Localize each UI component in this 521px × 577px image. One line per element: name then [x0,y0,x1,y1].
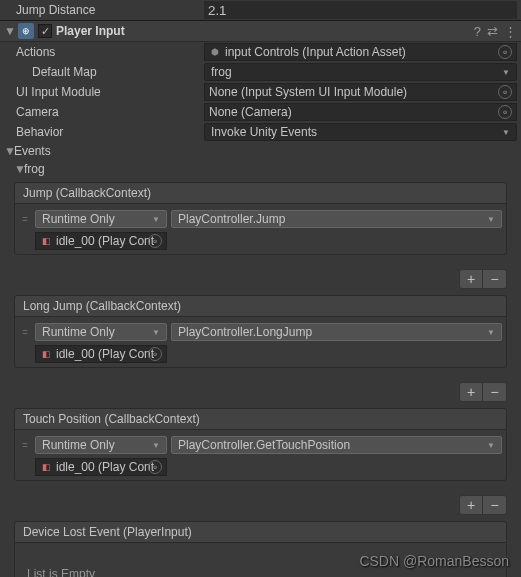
events-label: Events [14,144,51,158]
camera-label: Camera [4,105,204,119]
target-object-field[interactable]: ◧ idle_00 (Play Cont ⊙ [35,458,167,476]
object-picker-icon[interactable]: ⊙ [148,460,162,474]
jump-distance-label: Jump Distance [4,3,204,17]
function-value: PlayController.GetTouchPosition [178,438,350,452]
event-header: Jump (CallbackContext) [15,183,506,204]
target-value: idle_00 (Play Cont [56,234,154,248]
function-value: PlayController.LongJump [178,325,312,339]
help-icon[interactable]: ? [474,24,481,39]
default-map-dropdown[interactable]: frog ▼ [204,63,517,81]
remove-listener-button[interactable]: − [483,269,507,289]
camera-field[interactable]: None (Camera) ⊙ [204,103,517,121]
target-object-field[interactable]: ◧ idle_00 (Play Cont ⊙ [35,345,167,363]
ui-input-module-field[interactable]: None (Input System UI Input Module) ⊙ [204,83,517,101]
drag-handle-icon[interactable]: = [19,214,31,225]
menu-icon[interactable]: ⋮ [504,24,517,39]
unity-event-box: Touch Position (CallbackContext) = Runti… [14,408,507,481]
device-lost-header: Device Lost Event (PlayerInput) [15,522,506,543]
map-foldout-icon[interactable]: ▼ [14,162,24,176]
drag-handle-icon[interactable]: = [19,440,31,451]
actions-field[interactable]: ⬢ input Controls (Input Action Asset) ⊙ [204,43,517,61]
default-map-label: Default Map [4,65,204,79]
target-object-field[interactable]: ◧ idle_00 (Play Cont ⊙ [35,232,167,250]
behavior-label: Behavior [4,125,204,139]
ui-input-module-value: None (Input System UI Input Module) [209,85,407,99]
chevron-down-icon: ▼ [152,328,160,337]
call-state-dropdown[interactable]: Runtime Only ▼ [35,436,167,454]
gameobject-icon: ◧ [40,461,52,473]
call-state-value: Runtime Only [42,438,115,452]
behavior-value: Invoke Unity Events [211,125,317,139]
call-state-value: Runtime Only [42,325,115,339]
chevron-down-icon: ▼ [502,128,510,137]
preset-icon[interactable]: ⇄ [487,24,498,39]
drag-handle-icon[interactable]: = [19,327,31,338]
chevron-down-icon: ▼ [487,328,495,337]
function-dropdown[interactable]: PlayController.LongJump ▼ [171,323,502,341]
chevron-down-icon: ▼ [487,215,495,224]
enable-checkbox[interactable]: ✓ [38,24,52,38]
function-dropdown[interactable]: PlayController.Jump ▼ [171,210,502,228]
target-value: idle_00 (Play Cont [56,460,154,474]
function-value: PlayController.Jump [178,212,285,226]
actions-value: input Controls (Input Action Asset) [225,45,406,59]
chevron-down-icon: ▼ [152,441,160,450]
ui-input-module-label: UI Input Module [4,85,204,99]
player-input-header[interactable]: ▼ ⊕ ✓ Player Input ? ⇄ ⋮ [0,20,521,42]
target-value: idle_00 (Play Cont [56,347,154,361]
unity-event-box: Jump (CallbackContext) = Runtime Only ▼ … [14,182,507,255]
actions-label: Actions [4,45,204,59]
default-map-value: frog [211,65,232,79]
behavior-dropdown[interactable]: Invoke Unity Events ▼ [204,123,517,141]
add-listener-button[interactable]: + [459,382,483,402]
object-picker-icon[interactable]: ⊙ [498,85,512,99]
camera-value: None (Camera) [209,105,292,119]
remove-listener-button[interactable]: − [483,382,507,402]
call-state-dropdown[interactable]: Runtime Only ▼ [35,210,167,228]
chevron-down-icon: ▼ [152,215,160,224]
chevron-down-icon: ▼ [502,68,510,77]
remove-listener-button[interactable]: − [483,495,507,515]
asset-icon: ⬢ [209,46,221,58]
object-picker-icon[interactable]: ⊙ [148,234,162,248]
object-picker-icon[interactable]: ⊙ [148,347,162,361]
call-state-dropdown[interactable]: Runtime Only ▼ [35,323,167,341]
watermark: CSDN @RomanBesson [359,553,509,569]
object-picker-icon[interactable]: ⊙ [498,45,512,59]
gameobject-icon: ◧ [40,235,52,247]
map-label: frog [24,162,45,176]
add-listener-button[interactable]: + [459,269,483,289]
events-foldout-icon[interactable]: ▼ [4,144,14,158]
function-dropdown[interactable]: PlayController.GetTouchPosition ▼ [171,436,502,454]
add-listener-button[interactable]: + [459,495,483,515]
event-header: Touch Position (CallbackContext) [15,409,506,430]
foldout-icon[interactable]: ▼ [4,24,14,38]
object-picker-icon[interactable]: ⊙ [498,105,512,119]
call-state-value: Runtime Only [42,212,115,226]
gameobject-icon: ◧ [40,348,52,360]
jump-distance-field[interactable] [204,1,517,19]
component-icon: ⊕ [18,23,34,39]
unity-event-box: Long Jump (CallbackContext) = Runtime On… [14,295,507,368]
event-header: Long Jump (CallbackContext) [15,296,506,317]
component-title: Player Input [56,24,470,38]
chevron-down-icon: ▼ [487,441,495,450]
